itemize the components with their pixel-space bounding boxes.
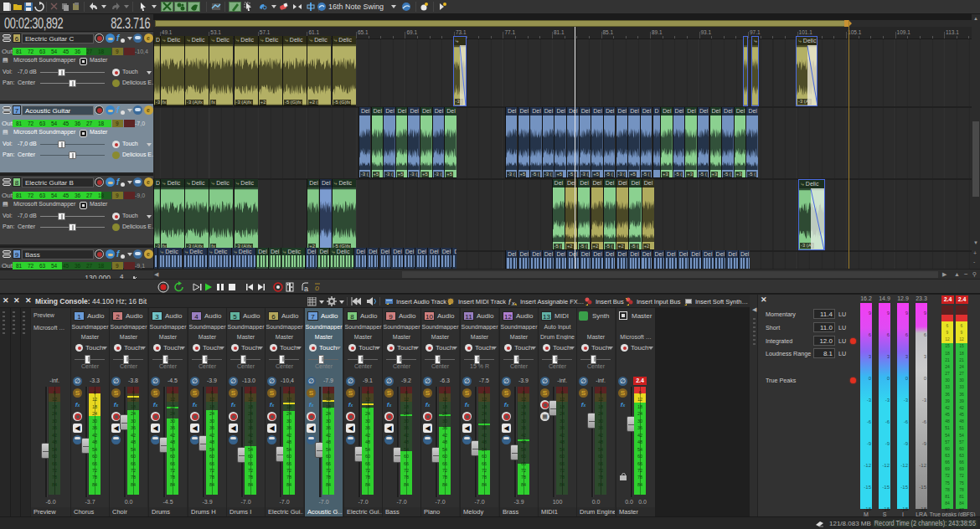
svg-text:o: o: [315, 284, 319, 292]
svg-text:x: x: [511, 300, 515, 306]
svg-text:a: a: [304, 285, 308, 293]
